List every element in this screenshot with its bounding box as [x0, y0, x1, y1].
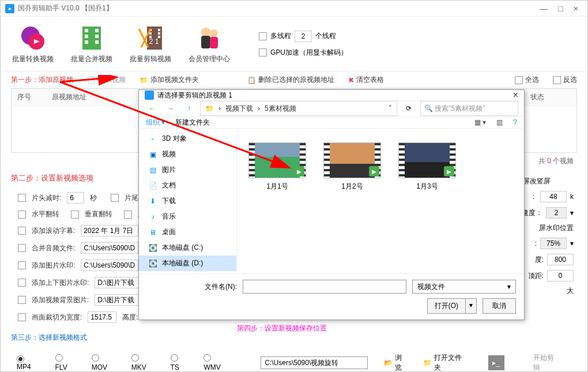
crop-width-input[interactable]: [88, 311, 116, 323]
open-folder-button[interactable]: 📁打开文件夹: [423, 353, 465, 372]
svg-rect-21: [201, 36, 210, 48]
bg-img-input[interactable]: [95, 294, 144, 306]
member-center-button[interactable]: 会员管理中心: [189, 24, 230, 64]
k-input[interactable]: [540, 191, 567, 202]
output-path-input[interactable]: [261, 356, 368, 369]
mkv-radio[interactable]: MKV: [131, 354, 154, 371]
add-video-button[interactable]: 📄添加视频: [87, 75, 126, 85]
svg-point-22: [210, 29, 218, 37]
close-button[interactable]: ×: [574, 4, 578, 13]
bg-img-checkbox[interactable]: [18, 296, 26, 304]
nav-forward-button[interactable]: →: [163, 101, 178, 116]
side-disk-c[interactable]: 💽本地磁盘 (C:): [139, 240, 236, 255]
file-item-3[interactable]: ▶ 1月3号: [398, 142, 456, 191]
flv-radio[interactable]: FLV: [55, 354, 76, 371]
mp4-radio[interactable]: MP4: [17, 355, 39, 371]
dialog-content: ▶ 1月1号 ▶ 1月2号 ▶ 1月3号: [237, 129, 524, 273]
view-button[interactable]: ▦ ▾: [474, 118, 486, 126]
organize-button[interactable]: 组织 ▾: [146, 118, 165, 127]
h-input[interactable]: [547, 254, 574, 265]
open-folder-icon: 📁: [423, 359, 432, 367]
svg-rect-8: [95, 35, 99, 38]
step4-title: 第四步：设置新视频保存位置: [237, 324, 327, 333]
cancel-button[interactable]: 取消: [483, 298, 516, 314]
select-all-checkbox[interactable]: 全选: [515, 75, 539, 85]
folder-pc-icon: 📁: [205, 104, 214, 112]
side-documents[interactable]: 📄文档: [139, 178, 236, 193]
cut-tail-checkbox[interactable]: [111, 194, 119, 202]
hflip-checkbox[interactable]: [18, 211, 26, 219]
batch-merge-button[interactable]: 批量合并视频: [71, 24, 112, 64]
add-video-icon: 📄: [87, 76, 96, 84]
open-button[interactable]: 打开(O)▾: [427, 298, 477, 314]
dialog-close-button[interactable]: ×: [513, 90, 518, 100]
refresh-button[interactable]: ⟳: [401, 101, 417, 116]
help-button[interactable]: ?: [513, 118, 517, 126]
start-edit-button[interactable]: 开始剪辑: [521, 350, 571, 372]
svg-rect-7: [95, 29, 99, 32]
clockwise-checkbox[interactable]: [124, 211, 132, 219]
img-watermark-checkbox[interactable]: [18, 261, 26, 269]
col-status: 状态: [525, 89, 576, 106]
window-controls: — □ ×: [540, 4, 583, 13]
multithread-checkbox[interactable]: [259, 32, 267, 40]
speed-select[interactable]: [546, 207, 567, 219]
add-folder-button[interactable]: 📁添加视频文件夹: [140, 75, 199, 85]
vflip-checkbox[interactable]: [71, 211, 79, 219]
cut-head-checkbox[interactable]: [18, 194, 26, 202]
dialog-sidebar: ▫3D 对象 ▣视频 ▤图片 📄文档 ⬇下载 ♪音乐 🖥桌面 💽本地磁盘 (C:…: [139, 129, 237, 273]
breadcrumb[interactable]: 📁 › 视频下载 › 5素材视频 ˅: [200, 101, 397, 116]
search-icon: 🔍: [424, 104, 433, 112]
subtitle-checkbox[interactable]: [18, 227, 26, 235]
browse-button[interactable]: 📂浏览: [384, 353, 407, 372]
ud-watermark-input[interactable]: [95, 277, 144, 288]
maximize-button[interactable]: □: [558, 4, 563, 13]
file-item-1[interactable]: ▶ 1月1号: [248, 142, 306, 191]
run-icon-button[interactable]: ▸_: [488, 355, 504, 370]
dialog-search-input[interactable]: 🔍 搜索"5素材视频": [420, 101, 518, 116]
batch-convert-button[interactable]: 批量转换视频: [12, 24, 54, 64]
img-watermark-input[interactable]: [81, 260, 138, 271]
top-input[interactable]: [547, 270, 574, 281]
file-item-2[interactable]: ▶ 1月2号: [323, 142, 381, 191]
batch-edit-button[interactable]: 2 1 批量剪辑视频: [130, 24, 171, 64]
merge-audio-input[interactable]: [81, 242, 138, 254]
main-toolbar: 批量转换视频 批量合并视频 2 1 批量剪辑视频 会员管理中心 多线程个线程 G…: [1, 17, 587, 72]
dialog-footer: 文件名(N): 视频文件▾ 打开(O)▾ 取消: [139, 273, 524, 320]
new-folder-button[interactable]: 新建文件夹: [175, 118, 210, 127]
clear-table-button[interactable]: ✖清空表格: [348, 75, 384, 85]
subtitle-input[interactable]: [81, 225, 138, 236]
side-disk-d[interactable]: 💽本地磁盘 (D:): [139, 255, 236, 271]
side-downloads[interactable]: ⬇下载: [139, 193, 236, 209]
side-music[interactable]: ♪音乐: [139, 209, 236, 224]
minimize-button[interactable]: —: [540, 4, 548, 13]
col-index: 序号: [12, 89, 46, 106]
invert-selection-checkbox[interactable]: 反选: [553, 75, 577, 85]
nav-up-button[interactable]: ↑: [182, 101, 197, 116]
svg-rect-9: [95, 40, 99, 44]
filetype-select[interactable]: 视频文件▾: [412, 280, 516, 294]
thread-count-input[interactable]: [295, 31, 312, 42]
svg-rect-23: [210, 37, 218, 48]
delete-selected-button[interactable]: 📋删除已选择的原视频地址: [247, 75, 334, 85]
mov-radio[interactable]: MOV: [92, 354, 115, 371]
gpu-checkbox[interactable]: [259, 48, 267, 57]
filename-input[interactable]: [243, 280, 406, 294]
merge-audio-checkbox[interactable]: [18, 244, 26, 252]
side-pictures[interactable]: ▤图片: [139, 162, 236, 178]
wmv-radio[interactable]: WMV: [203, 354, 228, 371]
ud-watermark-checkbox[interactable]: [18, 279, 26, 287]
ts-radio[interactable]: TS: [171, 354, 188, 371]
filename-label: 文件名(N):: [205, 282, 237, 292]
side-video[interactable]: ▣视频: [139, 146, 236, 162]
dialog-titlebar: 请选择要剪辑的原视频 1 ×: [139, 90, 524, 101]
preview-button[interactable]: ▥: [496, 118, 503, 126]
cut-head-input[interactable]: [67, 192, 84, 204]
side-desktop[interactable]: 🖥桌面: [139, 224, 236, 240]
pct-select[interactable]: [540, 238, 567, 249]
crop-checkbox[interactable]: [18, 313, 26, 321]
side-3d[interactable]: ▫3D 对象: [139, 131, 236, 146]
nav-back-button[interactable]: ←: [145, 101, 160, 116]
thread-options: 多线程个线程 GPU加速（用显卡解码）: [259, 31, 348, 58]
step1-title: 第一步：添加原视频: [11, 75, 73, 85]
